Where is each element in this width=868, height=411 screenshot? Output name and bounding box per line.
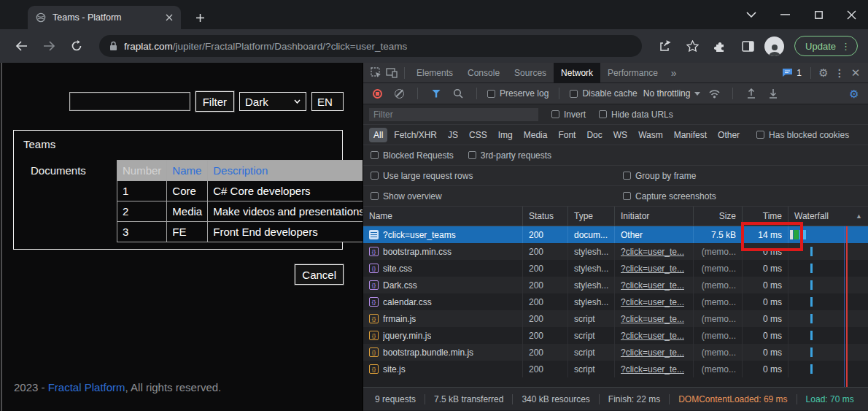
clear-network-log-icon[interactable] (391, 85, 407, 101)
has-blocked-cookies-checkbox[interactable]: Has blocked cookies (756, 130, 849, 140)
window-close-button[interactable] (840, 4, 862, 26)
devtools-tab-performance[interactable]: Performance (600, 63, 665, 83)
tab-close-icon[interactable] (163, 12, 175, 23)
new-tab-button[interactable] (191, 9, 209, 26)
type-filter-all[interactable]: All (369, 128, 387, 142)
profile-avatar[interactable] (764, 37, 784, 56)
page-filter-input[interactable] (69, 92, 190, 111)
column-header-name[interactable]: Name (363, 207, 523, 226)
type-filter-wasm[interactable]: Wasm (634, 128, 667, 142)
network-request-row[interactable]: {}frmain.js200script?click=user_te...(me… (363, 310, 868, 327)
column-header-initiator[interactable]: Initiator (615, 207, 694, 226)
network-filter-input[interactable] (369, 108, 538, 121)
teams-column-header-description[interactable]: Description (208, 161, 363, 181)
network-conditions-icon[interactable] (706, 85, 722, 101)
devtools-tab-elements[interactable]: Elements (409, 63, 460, 83)
network-request-row[interactable]: {}site.css200stylesh...?click=user_te...… (363, 260, 868, 277)
back-button[interactable] (10, 35, 32, 57)
devtools-menu-dots-icon[interactable]: ⋮ (832, 65, 848, 81)
initiator-value[interactable]: ?click=user_te... (621, 314, 684, 324)
reload-button[interactable] (66, 35, 88, 57)
divider (404, 67, 405, 79)
teams-table-row[interactable]: 1CoreC# Core developers (117, 181, 363, 201)
theme-select[interactable]: Dark (239, 92, 306, 111)
side-panel-icon[interactable] (737, 35, 759, 57)
devtools-close-icon[interactable]: ✕ (848, 65, 864, 81)
disable-cache-checkbox[interactable]: Disable cache (570, 88, 637, 99)
initiator-value[interactable]: ?click=user_te... (621, 280, 684, 291)
bookmark-star-icon[interactable] (681, 35, 703, 57)
extensions-puzzle-icon[interactable] (709, 35, 731, 57)
throttling-select[interactable]: No throttling (643, 88, 701, 99)
network-settings-gear-icon[interactable]: ⚙ (846, 85, 862, 101)
type-filter-js[interactable]: JS (443, 128, 462, 142)
network-request-row[interactable]: {}calendar.css200stylesh...?click=user_t… (363, 293, 868, 310)
request-type-filters: AllFetch/XHRJSCSSImgMediaFontDocWSWasmMa… (363, 125, 868, 145)
network-request-row[interactable]: {}bootstrap.bundle.min.js200script?click… (363, 344, 868, 361)
teams-column-header-name[interactable]: Name (167, 161, 208, 181)
initiator-value[interactable]: ?click=user_te... (621, 247, 684, 257)
type-filter-ws[interactable]: WS (609, 128, 632, 142)
devtools-settings-gear-icon[interactable]: ⚙ (815, 65, 832, 81)
network-request-row[interactable]: {}site.js200script?click=user_te...(memo… (363, 361, 868, 377)
use-large-request-rows-checkbox[interactable]: Use large request rows (371, 171, 473, 181)
share-icon[interactable] (654, 35, 675, 57)
initiator-value[interactable]: ?click=user_te... (621, 347, 684, 358)
initiator-value[interactable]: ?click=user_te... (621, 264, 684, 274)
search-icon[interactable] (450, 85, 466, 101)
cancel-button[interactable]: Cancel (295, 264, 344, 285)
export-har-icon[interactable] (765, 85, 781, 101)
documents-label[interactable]: Documents (31, 164, 86, 177)
column-header-status[interactable]: Status (523, 207, 568, 226)
blocked-requests-checkbox[interactable]: Blocked Requests (371, 150, 454, 161)
more-tabs-icon[interactable]: » (665, 67, 683, 79)
teams-table-row[interactable]: 3FEFront End developers (117, 222, 363, 242)
devtools-tab-console[interactable]: Console (460, 63, 507, 83)
type-filter-manifest[interactable]: Manifest (670, 128, 711, 142)
tab-search-chevron-icon[interactable] (740, 4, 762, 26)
column-header-type[interactable]: Type (568, 207, 615, 226)
footer-brand-link[interactable]: Fractal Platform (48, 381, 125, 393)
initiator-value[interactable]: ?click=user_te... (621, 331, 684, 341)
show-overview-checkbox[interactable]: Show overview (371, 191, 442, 201)
inspect-element-icon[interactable] (368, 65, 384, 81)
devtools-tab-network[interactable]: Network (554, 63, 600, 83)
browser-tab[interactable]: Teams - Platform (28, 6, 181, 29)
network-request-row[interactable]: {}jquery.min.js200script?click=user_te..… (363, 327, 868, 344)
window-maximize-button[interactable] (807, 4, 829, 26)
preserve-log-checkbox[interactable]: Preserve log (487, 88, 549, 99)
type-filter-css[interactable]: CSS (465, 128, 492, 142)
address-bar[interactable]: fraplat.com/jupiter/FractalPlatform/Dash… (99, 35, 642, 57)
blocked-requests-row: Blocked Requests 3rd-party requests (363, 145, 868, 166)
window-minimize-button[interactable] (774, 4, 796, 26)
teams-table-row[interactable]: 2MediaMake videos and presentations (117, 201, 363, 222)
language-select[interactable]: EN (311, 92, 344, 111)
type-filter-doc[interactable]: Doc (582, 128, 606, 142)
show-overview-row: Show overview Capture screenshots (363, 186, 868, 207)
capture-screenshots-checkbox[interactable]: Capture screenshots (623, 191, 716, 201)
filter-funnel-icon[interactable] (428, 85, 444, 101)
column-header-size[interactable]: Size (694, 207, 743, 226)
page-filter-button[interactable]: Filter (195, 91, 234, 112)
type-filter-font[interactable]: Font (554, 128, 580, 142)
type-filter-fetchxhr[interactable]: Fetch/XHR (390, 128, 441, 142)
console-drawer-badge[interactable]: 1 (778, 68, 806, 78)
group-by-frame-checkbox[interactable]: Group by frame (623, 171, 696, 181)
initiator-value[interactable]: ?click=user_te... (621, 364, 684, 374)
device-toolbar-icon[interactable] (384, 65, 400, 81)
devtools-tab-sources[interactable]: Sources (507, 63, 554, 83)
import-har-icon[interactable] (743, 85, 759, 101)
invert-checkbox[interactable]: Invert (551, 110, 586, 120)
request-name: ?click=user_teams (383, 230, 456, 240)
hide-data-urls-checkbox[interactable]: Hide data URLs (599, 110, 673, 120)
type-filter-other[interactable]: Other (713, 128, 744, 142)
third-party-requests-checkbox[interactable]: 3rd-party requests (468, 150, 551, 161)
update-button[interactable]: Update ⋮ (794, 36, 858, 56)
type-filter-media[interactable]: Media (519, 128, 552, 142)
initiator-value[interactable]: ?click=user_te... (621, 297, 684, 307)
request-name: site.js (383, 364, 406, 374)
type-filter-img[interactable]: Img (494, 128, 517, 142)
record-network-log-icon[interactable] (369, 85, 385, 101)
forward-button[interactable] (38, 35, 60, 57)
network-request-row[interactable]: {}Dark.css200stylesh...?click=user_te...… (363, 277, 868, 293)
